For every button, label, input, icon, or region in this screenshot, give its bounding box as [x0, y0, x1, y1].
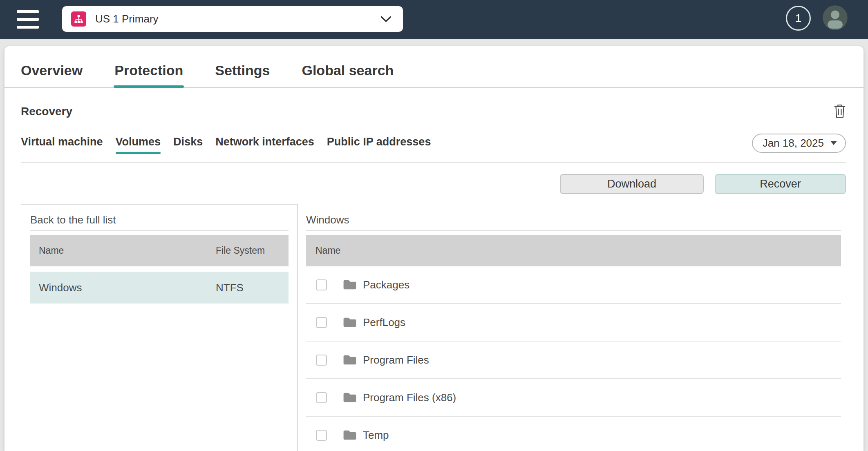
row-checkbox[interactable]: [316, 317, 327, 328]
notification-count: 1: [795, 12, 802, 25]
tab-overview[interactable]: Overview: [21, 63, 83, 87]
trash-icon: [834, 103, 846, 120]
delete-button[interactable]: [834, 103, 846, 120]
recovery-header: Recovery: [4, 88, 864, 120]
folder-name: Program Files: [363, 354, 429, 366]
tab-global-search[interactable]: Global search: [302, 63, 394, 87]
column-header-name: Name: [30, 245, 216, 256]
files-panel: Windows Name Packa: [306, 204, 841, 451]
files-list: Packages PerfLogs: [306, 266, 841, 451]
volumes-panel: Back to the full list Name File System W…: [30, 204, 289, 304]
chevron-down-icon: [380, 16, 391, 22]
screen: US 1 Primary 1 Overview Protection Setti…: [0, 0, 868, 451]
hamburger-menu-button[interactable]: [17, 10, 39, 29]
download-button[interactable]: Download: [560, 174, 704, 194]
divider: [306, 230, 841, 231]
column-header-file-system: File System: [216, 245, 265, 256]
folder-row[interactable]: Program Files (x86): [306, 379, 841, 417]
files-panel-title: Windows: [306, 214, 841, 226]
avatar[interactable]: [823, 5, 848, 30]
subtab-public-ip-addresses[interactable]: Public IP addresses: [327, 136, 431, 154]
folder-row[interactable]: PerfLogs: [306, 304, 841, 342]
tab-settings[interactable]: Settings: [215, 63, 270, 87]
vertical-divider: [297, 204, 298, 451]
topbar: US 1 Primary 1: [0, 0, 868, 39]
folder-name: Temp: [363, 429, 389, 442]
folder-icon: [343, 317, 357, 328]
folder-icon: [343, 429, 357, 441]
folder-name: Program Files (x86): [363, 391, 456, 404]
volume-name: Windows: [30, 281, 216, 294]
files-table-header: Name: [306, 235, 841, 266]
subtab-disks[interactable]: Disks: [173, 136, 203, 154]
notification-badge[interactable]: 1: [786, 6, 811, 31]
workspace-selector-label: US 1 Primary: [95, 13, 159, 25]
browser-panels: Back to the full list Name File System W…: [4, 204, 864, 451]
row-checkbox[interactable]: [316, 430, 327, 441]
volumes-table-header: Name File System: [30, 235, 289, 266]
folder-row[interactable]: Program Files: [306, 342, 841, 379]
caret-down-icon: [830, 141, 837, 145]
subtab-bar: Virtual machine Volumes Disks Network in…: [21, 136, 431, 154]
folder-icon: [343, 279, 357, 290]
row-checkbox[interactable]: [316, 392, 327, 403]
folder-row[interactable]: Temp: [306, 417, 841, 451]
recover-button[interactable]: Recover: [715, 174, 846, 194]
subtab-network-interfaces[interactable]: Network interfaces: [215, 136, 314, 154]
recovery-point-date-label: Jan 18, 2025: [763, 137, 824, 150]
recovery-point-date-selector[interactable]: Jan 18, 2025: [752, 134, 846, 153]
divider: [30, 230, 289, 231]
column-header-name: Name: [315, 245, 340, 256]
volume-file-system: NTFS: [216, 281, 244, 294]
workspace-sitemap-icon: [71, 11, 86, 27]
page-title: Recovery: [21, 105, 72, 118]
subtab-volumes[interactable]: Volumes: [116, 136, 161, 154]
tab-bar: Overview Protection Settings Global sear…: [4, 46, 864, 88]
row-checkbox[interactable]: [316, 355, 327, 366]
folder-icon: [343, 354, 357, 366]
volume-row-selected[interactable]: Windows NTFS: [30, 272, 289, 304]
folder-icon: [343, 392, 357, 403]
folder-row[interactable]: Packages: [306, 266, 841, 304]
main-card: Overview Protection Settings Global sear…: [4, 46, 864, 451]
folder-name: PerfLogs: [363, 316, 405, 329]
tab-protection[interactable]: Protection: [114, 63, 183, 87]
action-bar: Download Recover: [4, 163, 864, 194]
workspace-selector[interactable]: US 1 Primary: [62, 6, 403, 32]
folder-name: Packages: [363, 279, 409, 291]
subtab-row: Virtual machine Volumes Disks Network in…: [4, 120, 864, 154]
back-to-full-list-link[interactable]: Back to the full list: [30, 214, 116, 226]
row-checkbox[interactable]: [316, 279, 327, 290]
subtab-virtual-machine[interactable]: Virtual machine: [21, 136, 103, 154]
